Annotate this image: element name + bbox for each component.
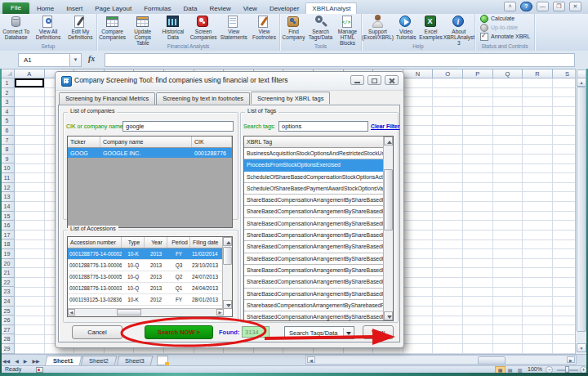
insert-worksheet-icon[interactable]: [157, 356, 168, 365]
xbrl-tag-row[interactable]: ProceedsFromStockOptionsExercised: [244, 159, 384, 171]
ribbon-tab[interactable]: Data: [178, 3, 203, 14]
accessions-list-header[interactable]: Accession number Type Year Period Filing…: [68, 237, 232, 248]
row-header[interactable]: 18: [0, 239, 15, 249]
last-sheet-icon[interactable]: ▶▶: [29, 358, 42, 364]
scroll-right-icon[interactable]: ▶: [567, 356, 575, 363]
xbrl-tag-row[interactable]: ShareBasedCompensationArrangementByShare…: [244, 230, 384, 241]
row-header[interactable]: 25: [0, 307, 15, 316]
row-header[interactable]: 5: [0, 116, 15, 126]
xbrl-tag-row[interactable]: BusinessAcquisitionStockOptionsAndRestri…: [244, 148, 384, 159]
row-header[interactable]: 17: [0, 231, 15, 240]
scroll-thumb[interactable]: [384, 169, 393, 231]
ribbon-tab[interactable]: Page Layout: [89, 3, 137, 14]
name-box[interactable]: A1: [18, 53, 75, 67]
xbrl-tag-row[interactable]: ShareBasedCompensationArrangementByShare…: [244, 253, 384, 265]
first-sheet-icon[interactable]: ◀◀: [0, 358, 12, 364]
row-header[interactable]: 1: [0, 78, 15, 88]
ribbon-button[interactable]: View Footnotes: [249, 14, 279, 43]
ribbon-button[interactable]: Screen Companies: [189, 14, 219, 43]
row-header[interactable]: 16: [0, 221, 15, 231]
ribbon-tab[interactable]: XBRLAnalyst: [305, 2, 357, 14]
ribbon-tab[interactable]: View: [238, 3, 263, 14]
xbrl-tag-row[interactable]: ShareBasedCompensationArrangementByShare…: [244, 276, 384, 288]
ribbon-button[interactable]: Connect To Database: [0, 14, 32, 43]
restore-icon[interactable]: ❒: [553, 2, 565, 11]
tags-search-input[interactable]: [278, 121, 368, 132]
search-tags-dropdown[interactable]: Search Tags/Data: [284, 326, 354, 339]
prev-sheet-icon[interactable]: ◀: [12, 358, 21, 364]
formula-input[interactable]: [105, 53, 575, 67]
column-header[interactable]: O: [433, 69, 463, 78]
ribbon-button[interactable]: Video Tutorials: [394, 14, 418, 43]
sheet-tab[interactable]: Sheet1: [44, 356, 81, 366]
ribbon-collapse-icon[interactable]: ˄: [504, 2, 516, 11]
ribbon-tab[interactable]: Formulas: [138, 3, 176, 14]
dialog-title-bar[interactable]: Company Screening Tool: find companies u…: [56, 72, 403, 91]
tags-vertical-scrollbar[interactable]: [383, 137, 393, 320]
companies-list[interactable]: Ticker Company name CIK GOOGGOOGLE INC.0…: [67, 136, 233, 228]
scroll-up-icon[interactable]: [384, 137, 393, 145]
ribbon-button[interactable]: Excel Examples: [418, 14, 443, 43]
scroll-down-icon[interactable]: [223, 300, 232, 309]
ribbon-button[interactable]: Compare Companies: [97, 14, 127, 43]
row-header[interactable]: 28: [0, 334, 15, 344]
ribbon-button[interactable]: Search Tags/Data: [307, 14, 334, 43]
xbrl-tag-row[interactable]: SharebasedCompensationArrangementByShare…: [244, 300, 384, 311]
clear-filter-link[interactable]: Clear Filter: [371, 123, 400, 129]
row-header[interactable]: 14: [0, 202, 15, 212]
ribbon-tab[interactable]: Review: [203, 3, 236, 14]
row-header[interactable]: 4: [0, 107, 15, 117]
xbrl-tag-row[interactable]: ShareBasedCompensationArrangementByShare…: [244, 265, 384, 276]
row-header[interactable]: 2: [0, 88, 15, 98]
row-header[interactable]: 23: [0, 287, 15, 297]
dropdown-arrow-icon[interactable]: [343, 328, 353, 338]
tab-file[interactable]: File: [2, 2, 29, 14]
name-box-dropdown-icon[interactable]: ▼: [69, 53, 82, 67]
ribbon-button[interactable]: Manage HTML Blocks: [334, 14, 361, 43]
accession-row[interactable]: 0001288776-13-00006810-Q 2013Q3 23/10/20…: [68, 260, 224, 271]
row-header[interactable]: 26: [0, 316, 15, 325]
row-header[interactable]: 22: [0, 278, 15, 288]
row-headers[interactable]: 1234567891011121314151617181920212223242…: [0, 78, 15, 354]
close-icon[interactable]: ✕: [569, 2, 581, 11]
help-icon[interactable]: ?: [520, 2, 532, 11]
xbrl-tag-row[interactable]: ShareBasedCompensationArrangementByShare…: [244, 289, 384, 300]
sheet-tab[interactable]: Sheet2: [81, 356, 118, 366]
scroll-down-icon[interactable]: [384, 311, 393, 320]
scroll-thumb[interactable]: [223, 247, 232, 265]
dialog-tab[interactable]: Screening by Financial Metrics: [59, 92, 155, 105]
tags-list-header[interactable]: XBRL Tag: [244, 137, 393, 148]
row-header[interactable]: 21: [0, 268, 15, 278]
accessions-vertical-scrollbar[interactable]: [222, 237, 232, 309]
accession-row[interactable]: 0001288776-13-00005510-Q 2013Q2 24/07/20…: [68, 271, 224, 283]
vertical-scroll-thumb[interactable]: [577, 87, 586, 332]
calculate-item[interactable]: Calculate: [475, 14, 534, 23]
scroll-right-icon[interactable]: ▶: [216, 309, 224, 316]
ribbon-button[interactable]: View All Definitions: [32, 14, 64, 43]
sheet-tab[interactable]: Sheet3: [117, 356, 154, 366]
minimize-icon[interactable]: —: [537, 2, 549, 11]
cik-search-input[interactable]: [122, 121, 234, 132]
column-header[interactable]: N: [403, 69, 434, 78]
ribbon-button[interactable]: Edit My Definitions: [65, 14, 96, 43]
row-header[interactable]: 12: [0, 183, 15, 193]
row-header[interactable]: 11: [0, 173, 15, 183]
scroll-left-icon[interactable]: ◀: [307, 356, 315, 363]
scroll-thumb[interactable]: [117, 309, 141, 316]
scroll-down-icon[interactable]: ▼: [577, 343, 586, 352]
ribbon-button[interactable]: Historical Data: [158, 14, 188, 43]
xbrl-tag-row[interactable]: ShareBasedCompensationArrangementByShare…: [244, 311, 384, 321]
row-header[interactable]: 13: [0, 192, 15, 202]
ribbon-tab[interactable]: Developer: [264, 3, 305, 14]
tags-list[interactable]: XBRL Tag BusinessAcquisitionStockOptions…: [243, 136, 394, 321]
accession-row[interactable]: 0001288776-14-00002010-K 2013FY 11/02/20…: [68, 248, 224, 260]
column-header[interactable]: A: [15, 69, 45, 78]
row-header[interactable]: 8: [0, 145, 15, 154]
row-header[interactable]: 6: [0, 126, 15, 136]
cancel-button[interactable]: Cancel: [72, 325, 122, 339]
next-sheet-icon[interactable]: ▶: [21, 358, 30, 364]
accession-row[interactable]: 0001288776-13-00003010-Q 2013Q1 24/04/20…: [68, 283, 224, 294]
accessions-horizontal-scrollbar[interactable]: ◀ ▶: [68, 308, 224, 316]
xbrl-tag-row[interactable]: ScheduleOfShareBasedCompensationStockOpt…: [244, 172, 384, 183]
row-header[interactable]: 20: [0, 259, 15, 269]
